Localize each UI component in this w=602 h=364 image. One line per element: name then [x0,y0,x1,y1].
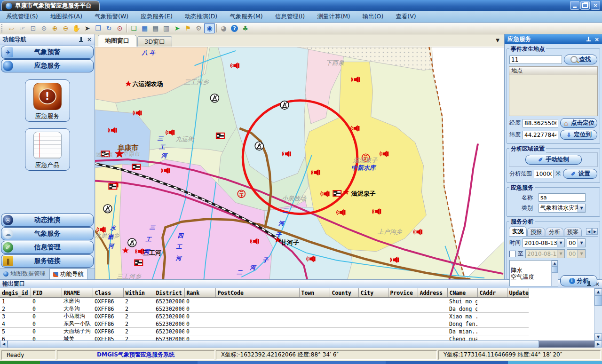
element-list-item-0[interactable]: 降水 [511,267,551,274]
map-tab-0[interactable]: 地图窗口 [98,35,136,47]
scroll-up-icon[interactable]: ▲ [552,261,558,266]
menu-item-5[interactable]: 气象服务(M) [223,11,269,22]
hour-to-select[interactable]: 00 ▼ [567,249,586,258]
station-marker[interactable] [210,94,219,103]
nav-weather-service-button[interactable]: ☁气象服务 [1,227,94,240]
station-marker[interactable] [255,142,263,150]
menu-item-9[interactable]: 查看(V) [389,11,422,22]
station-marker[interactable] [103,205,112,213]
station-marker[interactable] [128,238,136,247]
full-extent-icon[interactable]: ❒ [93,23,103,33]
select-pointer-icon[interactable]: ☞ [17,23,28,33]
service-tab-1[interactable]: 预报 [527,228,545,236]
zoom-out-icon[interactable]: ⊖ [60,23,71,33]
tab-scroll-left-icon[interactable]: ◀ [586,228,592,235]
pin-icon[interactable] [587,281,591,286]
scroll-left-icon[interactable]: ◀ [0,340,8,348]
pin-icon[interactable] [79,37,83,42]
service-type-select[interactable]: 气象和洪水灾害 ▼ [539,204,586,213]
menu-item-1[interactable]: 地图操作(A) [44,11,88,22]
set-range-button[interactable]: ✐ 设置 [563,169,597,179]
print-icon[interactable]: ▤ [150,23,161,33]
column-header[interactable]: Class [93,288,123,298]
longitude-input[interactable] [523,119,558,127]
column-header[interactable]: PostCode [215,288,299,298]
service-tab-0[interactable]: 实况 [509,226,527,236]
output-vscrollbar[interactable]: ▲ ▼ [594,288,602,340]
map-tab-1[interactable]: 3D窗口 [137,36,172,47]
column-header[interactable]: Rank [184,288,215,298]
location-list-header[interactable]: 地点 [509,66,598,75]
close-button[interactable]: × [591,1,600,10]
date-from-select[interactable]: 2010-08-13 ▼ [523,238,565,247]
hour-from-select[interactable]: 00 ▼ [567,238,586,247]
refresh-icon[interactable]: ↻ [103,23,114,33]
flag-marker[interactable] [216,133,225,139]
menu-item-2[interactable]: 气象预警(W) [88,11,135,22]
emergency-service-big-button[interactable]: !应急服务 [25,79,70,122]
tab-function-nav[interactable]: 功能导航 [49,269,87,279]
manual-draw-button[interactable]: ✐ 手动绘制 [525,155,582,165]
menu-item-7[interactable]: 测量计算(M) [311,11,356,22]
nav-service-links-button[interactable]: ∥服务链接 [1,254,94,268]
flag-marker[interactable] [134,260,143,266]
column-header[interactable]: Town [299,288,330,298]
locate-pin-icon[interactable]: ⚑ [182,23,193,33]
column-header[interactable]: County [330,288,358,298]
service-tab-3[interactable]: 预案 [564,228,582,236]
output-hscrollbar[interactable]: ◀ ▶ [0,340,602,348]
column-header[interactable]: Address [418,288,447,298]
emergency-product-big-button[interactable]: 应急产品 [25,128,70,171]
nav-emergency-service-button[interactable]: 应急服务 [1,59,94,72]
settings-icon[interactable]: ⚙ [193,23,204,33]
restore-button[interactable] [580,1,590,10]
pin-icon[interactable] [586,37,591,42]
menu-item-8[interactable]: 输出(O) [356,11,390,22]
list-scrollbar[interactable]: ▲ [551,261,558,286]
column-header[interactable]: dmgis_id [0,288,31,298]
element-list-item-1[interactable]: 空气温度 [511,274,551,280]
to-checkbox[interactable] [509,251,516,257]
table-row[interactable]: 50大面场子沟OXFF8626523020000Da mian... [0,328,529,335]
map-canvas[interactable]: 六运湖农场三工河乡下西泉八 斗九运街阜康市城关镇阜康市滋泥泉子中新水库滋泥泉子小… [95,47,504,279]
tab-map-data-management[interactable]: 地图数据管理 [0,269,49,279]
select-rect-icon[interactable]: ⊡ [28,23,39,33]
element-list[interactable]: ▲ 降水空气温度 [509,260,558,286]
station-marker[interactable] [280,101,289,110]
pan-icon[interactable]: ✋ [71,23,82,33]
measure-icon[interactable]: ▱ [6,23,17,33]
service-tab-2[interactable]: 分析 [546,228,563,236]
column-header[interactable]: Update [507,288,529,298]
select-feature-icon[interactable]: ➤ [172,23,182,33]
tab-scroll-right-icon[interactable]: ▶ [592,228,598,235]
column-header[interactable]: CName [447,288,477,298]
globe-icon[interactable]: ◉ [204,23,215,33]
table-row[interactable]: 60城关OXFF8526523020000Cheng guan [0,335,529,341]
vscroll-thumb[interactable] [594,295,602,306]
map-window-list-dropdown[interactable]: ▼ [496,38,499,43]
dropdown-arrow-icon[interactable]: ▼ [578,239,585,247]
location-search-input[interactable] [509,55,562,64]
layers-icon[interactable]: ❏ [128,23,139,33]
column-header[interactable]: City [358,288,388,298]
flag-marker[interactable] [132,164,141,170]
nav-weather-warning-button[interactable]: ✈气象预警 [1,46,94,59]
zoom-scale-icon[interactable]: ⊙ [114,23,125,33]
close-panel-icon[interactable]: × [594,37,599,42]
eye-icon[interactable]: ◕ [218,23,229,33]
menu-item-3[interactable]: 应急服务(E) [135,11,179,22]
flag-marker[interactable] [108,183,117,190]
scroll-down-icon[interactable]: ▼ [594,333,602,340]
search-button[interactable]: 查找 [564,55,597,64]
latitude-input[interactable] [523,131,558,139]
overview-tree-icon[interactable]: ♣ [240,23,251,33]
column-header[interactable]: Within [123,288,154,298]
table-row[interactable]: 20大冬沟OXFF8626523020000Da dong gou [0,305,529,313]
close-panel-icon[interactable]: × [87,37,92,42]
nav-dynamic-deduction-button[interactable]: ✇动态推演 [1,214,94,227]
dropdown-arrow-icon[interactable]: ▼ [557,239,564,247]
date-to-select[interactable]: 2010-08-13 ▼ [525,249,565,258]
locate-by-click-button[interactable]: ⌂ 点击定位 [560,118,597,128]
dropdown-arrow-icon[interactable]: ▼ [578,204,585,212]
analysis-range-input[interactable] [534,170,554,178]
